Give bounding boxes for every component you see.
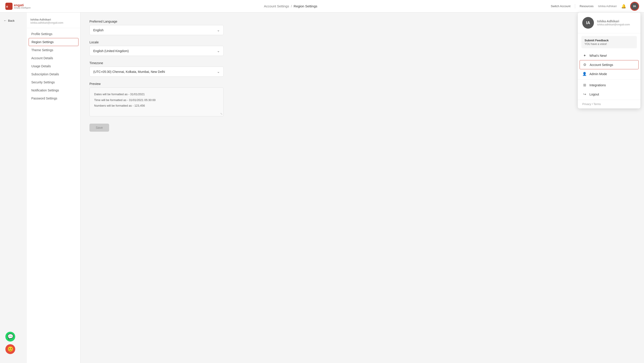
sidebar-item-password[interactable]: Password Settings xyxy=(27,94,80,102)
preview-box: Dates will be formatted as - 31/01/2021 … xyxy=(90,87,224,116)
sidebar-item-theme[interactable]: Theme Settings xyxy=(27,46,80,54)
dropdown-user-info: Ishika Adhikari ishika.adhikari@engati.c… xyxy=(597,19,630,26)
locale-label: Locale xyxy=(90,40,224,44)
dropdown-item-integrations[interactable]: ⊞ Integrations xyxy=(578,80,640,90)
locale-select[interactable]: English (United Kingdom) ⌄ xyxy=(90,46,224,56)
header-divider xyxy=(575,4,575,8)
svg-text:e: e xyxy=(6,5,8,8)
resize-handle-icon: ⤡ xyxy=(220,112,222,115)
switch-account-link[interactable]: Switch Account xyxy=(551,4,570,8)
dropdown-header: IA Ishika Adhikari ishika.adhikari@engat… xyxy=(578,12,640,33)
breadcrumb-current: Region Settings xyxy=(294,4,317,8)
preview-line-3: Numbers will be formatted as - 123,456 xyxy=(94,103,219,108)
sidebar-nav: Ishika Adhikari ishika.adhikari@engati.c… xyxy=(27,12,80,363)
dropdown-item-whats-new-label: What's New! xyxy=(590,54,607,57)
logo-sub: Simply Intelligent xyxy=(14,7,31,9)
preferred-language-display[interactable]: English ⌄ xyxy=(90,25,224,35)
preview-label: Preview xyxy=(90,82,224,86)
sidebar-user-info: Ishika Adhikari ishika.adhikari@engati.c… xyxy=(27,16,80,28)
breadcrumb-parent[interactable]: Account Settings xyxy=(264,4,289,8)
dropdown-item-logout[interactable]: ↪ Logout xyxy=(578,90,640,99)
chat-support-button[interactable]: 😊 xyxy=(5,344,15,354)
logo-icon: e xyxy=(5,3,12,10)
person-icon: 👤 xyxy=(582,72,587,76)
back-arrow-icon: ← xyxy=(4,19,7,22)
bell-icon[interactable]: 🔔 xyxy=(621,4,626,9)
timezone-value: (UTC+05:30) Chennai, Kolkata, Mumbai, Ne… xyxy=(93,70,165,73)
main-content: Preferred Language English ⌄ Locale Engl… xyxy=(80,12,644,363)
preview-line-2: Time will be formatted as - 31/01/2021 0… xyxy=(94,98,219,102)
back-button[interactable]: ← Back xyxy=(0,17,27,24)
avatar-button[interactable]: IA xyxy=(630,2,639,10)
dropdown-divider xyxy=(578,79,640,80)
whatsapp-icon: 💬 xyxy=(8,334,14,340)
timezone-group: Timezone (UTC+05:30) Chennai, Kolkata, M… xyxy=(90,61,224,77)
feedback-box: Submit Feedback YOU have a voice! xyxy=(582,36,637,48)
sidebar-item-region[interactable]: Region Settings xyxy=(28,38,78,46)
timezone-label: Timezone xyxy=(90,61,224,65)
preferred-language-group: Preferred Language English ⌄ xyxy=(90,20,224,35)
save-button[interactable]: Save xyxy=(90,124,109,132)
breadcrumb-separator: / xyxy=(291,4,292,8)
timezone-display[interactable]: (UTC+05:30) Chennai, Kolkata, Mumbai, Ne… xyxy=(90,67,224,76)
sidebar-item-subscription[interactable]: Subscription Details xyxy=(27,70,80,78)
user-dropdown-panel: IA Ishika Adhikari ishika.adhikari@engat… xyxy=(578,12,640,108)
dropdown-username: Ishika Adhikari xyxy=(597,19,630,23)
chat-icon: 😊 xyxy=(8,346,14,352)
sidebar-item-profile[interactable]: Profile Settings xyxy=(27,30,80,38)
header: e engati Simply Intelligent Account Sett… xyxy=(0,0,644,12)
header-right: Switch Account Resources Ishika Adhikari… xyxy=(551,2,639,10)
preview-line-1: Dates will be formatted as - 31/01/2021 xyxy=(94,92,219,97)
whatsapp-button[interactable]: 💬 xyxy=(5,332,15,342)
resources-link[interactable]: Resources xyxy=(580,4,594,8)
chevron-down-icon-2: ⌄ xyxy=(217,49,220,53)
left-back-area: ← Back xyxy=(0,12,27,363)
dropdown-item-logout-label: Logout xyxy=(590,92,599,96)
sidebar-item-account[interactable]: Account Details xyxy=(27,54,80,62)
locale-display[interactable]: English (United Kingdom) ⌄ xyxy=(90,46,224,56)
chevron-down-icon: ⌄ xyxy=(217,28,220,32)
locale-group: Locale English (United Kingdom) ⌄ xyxy=(90,40,224,56)
dropdown-item-account-settings-label: Account Settings xyxy=(590,63,613,67)
logo: e engati Simply Intelligent xyxy=(5,3,31,10)
dropdown-footer: Privacy • Terms xyxy=(578,100,640,108)
sidebar-item-usage[interactable]: Usage Details xyxy=(27,62,80,70)
preferred-language-value: English xyxy=(93,28,104,32)
logout-icon: ↪ xyxy=(582,92,587,96)
dropdown-avatar: IA xyxy=(582,17,594,29)
footer-separator: • xyxy=(592,103,594,106)
preview-group: Preview Dates will be formatted as - 31/… xyxy=(90,82,224,116)
chevron-down-icon-3: ⌄ xyxy=(217,69,220,74)
dropdown-item-admin-mode[interactable]: 👤 Admin Mode xyxy=(578,69,640,78)
terms-link[interactable]: Terms xyxy=(594,103,601,106)
locale-value: English (United Kingdom) xyxy=(93,49,129,53)
sidebar-username: Ishika Adhikari xyxy=(30,18,77,21)
timezone-select[interactable]: (UTC+05:30) Chennai, Kolkata, Mumbai, Ne… xyxy=(90,67,224,77)
dropdown-item-admin-mode-label: Admin Mode xyxy=(590,72,607,76)
back-label: Back xyxy=(8,19,14,22)
logo-name: engati xyxy=(14,3,31,7)
grid-icon: ⊞ xyxy=(582,83,587,87)
privacy-link[interactable]: Privacy xyxy=(582,103,591,106)
dropdown-item-whats-new[interactable]: ✦ What's New! xyxy=(578,51,640,60)
sidebar-item-security[interactable]: Security Settings xyxy=(27,78,80,86)
breadcrumb: Account Settings / Region Settings xyxy=(31,4,551,8)
sidebar-item-notification[interactable]: Notification Settings xyxy=(27,86,80,94)
dropdown-item-account-settings[interactable]: ⚙ Account Settings xyxy=(580,60,639,69)
form-section: Preferred Language English ⌄ Locale Engl… xyxy=(90,20,224,132)
sidebar-useremail: ishika.adhikari@engati.com xyxy=(30,21,77,24)
preferred-language-label: Preferred Language xyxy=(90,20,224,23)
dropdown-useremail: ishika.adhikari@engati.com xyxy=(597,23,630,26)
dropdown-item-integrations-label: Integrations xyxy=(590,83,606,87)
gear-icon: ⚙ xyxy=(582,63,587,67)
header-username: Ishika Adhikari xyxy=(598,4,617,8)
layout: ← Back Ishika Adhikari ishika.adhikari@e… xyxy=(0,12,644,363)
chat-icons: 💬 😊 xyxy=(5,332,15,354)
feedback-title: Submit Feedback xyxy=(584,39,634,42)
star-icon: ✦ xyxy=(582,53,587,58)
feedback-sub: YOU have a voice! xyxy=(584,42,634,46)
preferred-language-select[interactable]: English ⌄ xyxy=(90,25,224,35)
